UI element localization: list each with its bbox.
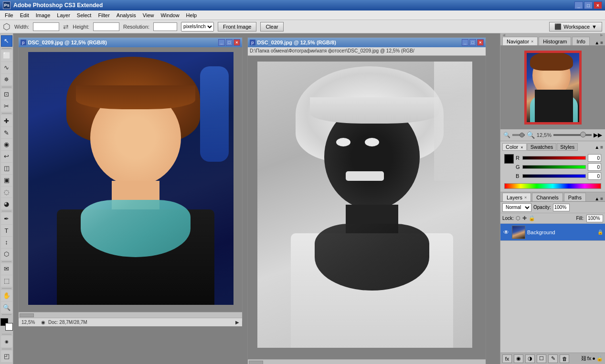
doc1-close[interactable]: × [234,39,240,46]
new-layer-button[interactable]: ✎ [548,354,558,363]
fx-icon[interactable]: fx [587,355,592,362]
green-value[interactable] [588,163,601,171]
tool-history[interactable]: ↩ [1,151,12,162]
menu-image[interactable]: Image [33,11,53,19]
blue-value[interactable] [588,172,601,180]
tool-healing[interactable]: ✚ [1,115,12,126]
width-height-swap-icon[interactable]: ⇄ [63,23,69,31]
tab-channels[interactable]: Channels [532,193,563,201]
workspace-button[interactable]: ⬛ Workspace ▼ [549,22,602,31]
lock-pixels-icon[interactable]: ⬡ [516,215,520,221]
add-layer-style-button[interactable]: fx [502,354,512,363]
layers-panel-menu[interactable]: ≡ [600,196,603,201]
doc1-nav-arrow[interactable]: ▶ [235,320,239,325]
tool-screen-mode[interactable]: ◰ [1,351,12,362]
menu-analysis[interactable]: Analysis [114,11,139,19]
tool-magic-wand[interactable]: ✵ [1,74,12,85]
layers-tab-close[interactable]: × [524,195,527,200]
tab-styles[interactable]: Styles [557,143,578,151]
tool-brush[interactable]: ✎ [1,127,12,138]
width-input[interactable] [33,22,59,31]
delete-layer-button[interactable]: 🗑 [560,354,569,363]
color-swatches[interactable] [0,318,13,331]
tab-color[interactable]: Color × [502,143,527,151]
fill-value[interactable] [586,215,603,222]
tool-text[interactable]: T [1,225,12,236]
menu-file[interactable]: File [2,11,16,19]
tool-blur[interactable]: ◌ [1,187,12,198]
resolution-input[interactable] [153,22,177,31]
blend-mode-select[interactable]: Normal Multiply Screen Overlay [502,203,531,212]
background-color[interactable] [5,323,13,331]
opacity-value[interactable] [553,204,570,211]
lock-all-icon[interactable]: 🔒 [529,215,535,221]
tab-paths[interactable]: Paths [564,193,586,201]
tab-swatches[interactable]: Swatches [527,143,557,151]
tool-zoom[interactable]: 🔍 [1,302,12,313]
new-group-button[interactable]: ☐ [537,354,546,363]
menu-help[interactable]: Help [183,11,200,19]
add-mask-button[interactable]: ◉ [514,354,523,363]
tab-layers[interactable]: Layers × [502,193,531,201]
tool-eraser[interactable]: ◫ [1,163,12,174]
front-image-button[interactable]: Front Image [218,22,256,31]
layers-panel-collapse[interactable]: ▲ [594,196,599,201]
panel-menu[interactable]: ≡ [600,40,603,45]
zoom-slider[interactable] [512,134,525,136]
doc1-scrollbar-h[interactable] [19,312,242,318]
tab-navigator[interactable]: Navigator × [502,37,538,45]
tool-slice[interactable]: ✂ [1,100,12,112]
tool-notes[interactable]: ✉ [1,263,12,275]
minimize-button[interactable]: _ [574,1,583,9]
color-panel-menu[interactable]: ≡ [600,145,603,150]
menu-view[interactable]: View [140,11,157,19]
nav-main-slider[interactable] [553,134,592,136]
tool-options-icon[interactable]: ⬡ [3,21,11,32]
close-button[interactable]: × [594,1,602,9]
menu-window[interactable]: Window [158,11,182,19]
menu-select[interactable]: Select [74,11,95,19]
color-spectrum[interactable] [504,183,601,189]
green-slider[interactable] [522,165,586,169]
color-panel-collapse[interactable]: ▲ [594,145,599,150]
tool-marquee[interactable]: ⬜ [1,50,12,62]
zoom-in-icon[interactable]: 🔍 [527,131,535,139]
tool-move[interactable]: ↖ [1,35,12,47]
tool-shape[interactable]: ⬡ [1,249,12,260]
tool-pen[interactable]: ✒ [1,213,12,224]
resolution-unit-select[interactable]: pixels/inch pixels/cm [181,22,214,31]
doc2-close[interactable]: × [477,39,484,46]
tool-gradient[interactable]: ▣ [1,175,12,186]
tool-hand[interactable]: ✋ [1,290,12,302]
new-fill-layer-button[interactable]: ◑ [525,354,535,363]
link-icon[interactable]: ⛓ [581,355,586,362]
layer-visibility-toggle[interactable]: 👁 [502,229,510,236]
tab-info[interactable]: Info [572,37,589,45]
blue-slider[interactable] [522,174,586,178]
layer-item-background[interactable]: 👁 Background 🔒 [500,224,605,241]
nav-expand[interactable]: ▶▶ [594,132,602,138]
tool-quick-mask[interactable]: ◉ [1,336,12,347]
red-value[interactable] [588,154,601,162]
tool-stamp[interactable]: ◉ [1,139,12,150]
red-slider[interactable] [522,156,586,160]
menu-layer[interactable]: Layer [54,11,73,19]
color-tab-close[interactable]: × [520,145,523,150]
tool-eyedropper[interactable]: ⬚ [1,275,12,287]
lock-position-icon[interactable]: ✚ [522,215,527,221]
tool-dodge[interactable]: ◕ [1,198,12,209]
tool-path-select[interactable]: ↕ [1,237,12,248]
doc1-minimize[interactable]: _ [218,39,225,46]
tool-crop[interactable]: ⊡ [1,89,12,100]
height-input[interactable] [93,22,119,31]
doc1-maximize[interactable]: □ [226,39,233,46]
circle-icon[interactable]: ● [592,355,595,362]
lock-foot-icon[interactable]: 🔒 [596,355,603,362]
menu-filter[interactable]: Filter [95,11,112,19]
foreground-color-swatch[interactable] [504,154,514,164]
menu-edit[interactable]: Edit [17,11,32,19]
panel-collapse[interactable]: ▲ [594,40,599,45]
clear-button[interactable]: Clear [260,22,283,31]
tool-lasso[interactable]: ∿ [1,62,12,73]
navigator-tab-close[interactable]: × [531,39,533,44]
